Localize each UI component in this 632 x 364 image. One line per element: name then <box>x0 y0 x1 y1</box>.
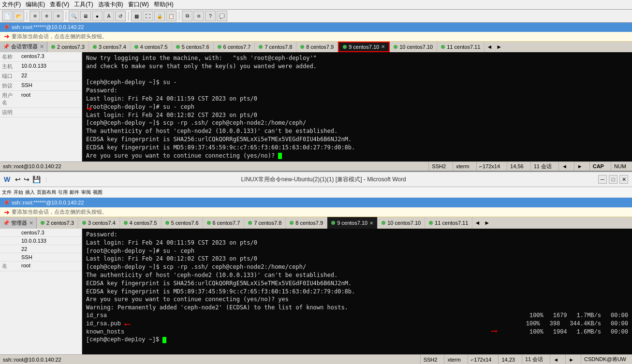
word-menu-insert[interactable]: 插入 <box>25 189 35 196</box>
toolbar-split[interactable]: ⧉ <box>182 11 192 21</box>
tab-top-7[interactable]: 9 centos7.10 ✕ <box>338 42 390 52</box>
word-close[interactable]: ✕ <box>619 175 628 184</box>
toolbar: 📄 📂 ⚙ ⚙ ⚙ 🔍 🖥 ● A ↺ ▦ ⛶ 🔒 📋 ⧉ ⧈ ? 💬 <box>0 10 632 23</box>
toolbar-btn3[interactable]: ⚙ <box>53 11 63 21</box>
toolbar-expand[interactable]: ⛶ <box>143 11 153 21</box>
status-col-top: 14,56 <box>507 162 527 171</box>
word-menu-ref[interactable]: 引用 <box>58 189 68 196</box>
tab-top-6[interactable]: 8 centos7.9 <box>296 42 338 52</box>
word-menu-view[interactable]: 视图 <box>93 189 103 196</box>
tab-top-3[interactable]: 5 centos7.6 <box>172 42 214 52</box>
tab-bottom-9[interactable]: 11 centos7.11 <box>425 217 472 229</box>
tab-prev-top[interactable]: ◄ <box>485 44 494 50</box>
session-panel-top: 名称centos7.3 主机10.0.0.133 端口22 协议SSH 用户名r… <box>0 52 82 161</box>
field-label-note-top: 说明 <box>0 108 19 117</box>
word-undo[interactable]: ↩ <box>15 175 21 183</box>
status-term-top: xterm <box>453 162 472 171</box>
session-manager-tab-top[interactable]: 📌 会话管理器 ✕ <box>0 42 47 52</box>
toolbar-btn1[interactable]: ⚙ <box>29 11 40 21</box>
tab-top-8[interactable]: 10 centos7.10 <box>390 42 437 52</box>
content-area-top: 名称centos7.3 主机10.0.0.133 端口22 协议SSH 用户名r… <box>0 52 632 161</box>
nav-next-top[interactable]: ► <box>574 162 586 171</box>
menu-help[interactable]: 帮助(H) <box>154 0 174 9</box>
toolbar-btn2[interactable]: ⚙ <box>41 11 52 21</box>
toolbar-btn7[interactable]: 🔒 <box>154 11 165 21</box>
status-protocol-bottom: SSH2 <box>420 355 441 364</box>
word-save[interactable]: 💾 <box>32 175 41 183</box>
tab-bottom-3[interactable]: 5 centos7.6 <box>162 217 203 229</box>
tab-bottom-8[interactable]: 10 centos7.10 <box>378 217 425 229</box>
menu-file[interactable]: 文件(F) <box>2 0 21 9</box>
toolbar-open[interactable]: 📂 <box>14 11 24 21</box>
tab-top-1[interactable]: 3 centos7.4 <box>89 42 131 52</box>
nav-prev-top[interactable]: ◄ <box>559 162 570 171</box>
tab-top-2[interactable]: 4 centos7.5 <box>131 42 172 52</box>
word-menu-layout[interactable]: 页面布局 <box>37 189 56 196</box>
tab-bottom-5[interactable]: 7 centos7.8 <box>244 217 286 229</box>
status-num-top: NUM <box>611 162 629 171</box>
active-tab-close-bottom[interactable]: ✕ <box>369 220 373 226</box>
tab-top-5[interactable]: 7 centos7.8 <box>255 42 296 52</box>
field-label-b4: 名 <box>0 262 19 271</box>
active-tab-close-top[interactable]: ✕ <box>381 44 385 49</box>
tab-bottom-7[interactable]: 9 centos7.10 ✕ <box>327 217 378 229</box>
word-menu-home[interactable]: 开始 <box>14 189 23 196</box>
tab-bottom-0[interactable]: 2 centos7.3 <box>37 217 78 229</box>
notification-text-top: 要添加当前会话，点击左侧的箭头按钮。 <box>12 33 107 40</box>
field-label-proto-top: 协议 <box>0 81 19 91</box>
tab-bottom-2[interactable]: 4 centos7.5 <box>120 217 162 229</box>
toolbar-monitor[interactable]: 🖥 <box>80 11 91 21</box>
toolbar-grid[interactable]: ▦ <box>131 11 142 21</box>
menu-window[interactable]: 窗口(W) <box>128 0 149 9</box>
tab-bottom-1[interactable]: 3 centos7.4 <box>78 217 120 229</box>
toolbar-refresh[interactable]: ↺ <box>115 11 126 21</box>
toolbar-btn4[interactable]: 🔍 <box>69 11 79 21</box>
toolbar-split2[interactable]: ⧈ <box>193 11 204 21</box>
status-extra-bottom: CSDNDK@将UW <box>581 355 629 364</box>
menu-view[interactable]: 查看(V) <box>50 0 69 9</box>
session-close-top[interactable]: ✕ <box>40 44 44 50</box>
terminal-text-top: Now try logging into the machine, with: … <box>86 54 628 160</box>
menu-edit[interactable]: 编辑(E) <box>26 0 45 9</box>
terminal-bottom[interactable]: Password: Last login: Fri Feb 24 00:11:5… <box>82 229 632 354</box>
status-cap-top: CAP <box>589 162 607 171</box>
toolbar-help[interactable]: ? <box>205 11 216 21</box>
pin-icon-top: 📌 <box>3 24 10 30</box>
toolbar-btn5[interactable]: ● <box>92 11 103 21</box>
tab-bottom-6[interactable]: 8 centos7.9 <box>286 217 327 229</box>
toolbar-btn8[interactable]: 📋 <box>166 11 176 21</box>
field-value-host-top: 10.0.0.133 <box>19 62 82 72</box>
tab-next-bottom[interactable]: ► <box>482 219 492 226</box>
field-label-b1 <box>0 237 19 245</box>
tab-top-0[interactable]: 2 centos7.3 <box>47 42 89 52</box>
field-value-b0: centos7.3 <box>19 229 82 237</box>
top-ssh-window: 文件(F) 编辑(E) 查看(V) 工具(T) 选项卡(B) 窗口(W) 帮助(… <box>0 0 632 172</box>
nav-next-bottom[interactable]: ► <box>565 355 577 364</box>
word-menu-mail[interactable]: 邮件 <box>70 189 79 196</box>
notification-text-bottom: 要添加当前会话，点击左侧的箭头按钮。 <box>12 208 107 216</box>
tab-top-9[interactable]: 11 centos7.11 <box>437 42 485 52</box>
nav-prev-bottom[interactable]: ◄ <box>550 355 561 364</box>
menu-tools[interactable]: 工具(T) <box>74 0 93 9</box>
field-value-proto-top: SSH <box>19 81 82 91</box>
tab-bar-top: 📌 会话管理器 ✕ 2 centos7.3 3 centos7.4 4 cent… <box>0 42 632 52</box>
toolbar-chat[interactable]: 💬 <box>217 11 227 21</box>
status-bar-bottom: ssh::root@10.0.0.140:22 SSH2 xterm ⌐ 172… <box>0 354 632 364</box>
notification-arrow-bottom: ➜ <box>4 208 10 216</box>
tab-bottom-4[interactable]: 6 centos7.7 <box>203 217 245 229</box>
toolbar-new[interactable]: 📄 <box>2 11 13 21</box>
menu-tabs[interactable]: 选项卡(B) <box>98 0 123 9</box>
field-label-b2 <box>0 245 19 253</box>
word-restore[interactable]: □ <box>609 175 617 184</box>
word-redo[interactable]: ↪ <box>24 175 29 183</box>
toolbar-btn6[interactable]: A <box>103 11 114 21</box>
session-close-bottom[interactable]: ✕ <box>29 220 33 226</box>
session-manager-tab-bottom[interactable]: 📌 管理器 ✕ <box>0 217 37 229</box>
tab-top-4[interactable]: 6 centos7.7 <box>214 42 255 52</box>
tab-next-top[interactable]: ► <box>494 44 504 50</box>
tab-prev-bottom[interactable]: ◄ <box>472 219 482 226</box>
terminal-top[interactable]: ➜ Now try logging into the machine, with… <box>82 52 632 161</box>
word-minimize[interactable]: ─ <box>598 175 607 184</box>
word-menu-file[interactable]: 文件 <box>2 189 12 196</box>
word-menu-review[interactable]: 审阅 <box>81 189 91 196</box>
